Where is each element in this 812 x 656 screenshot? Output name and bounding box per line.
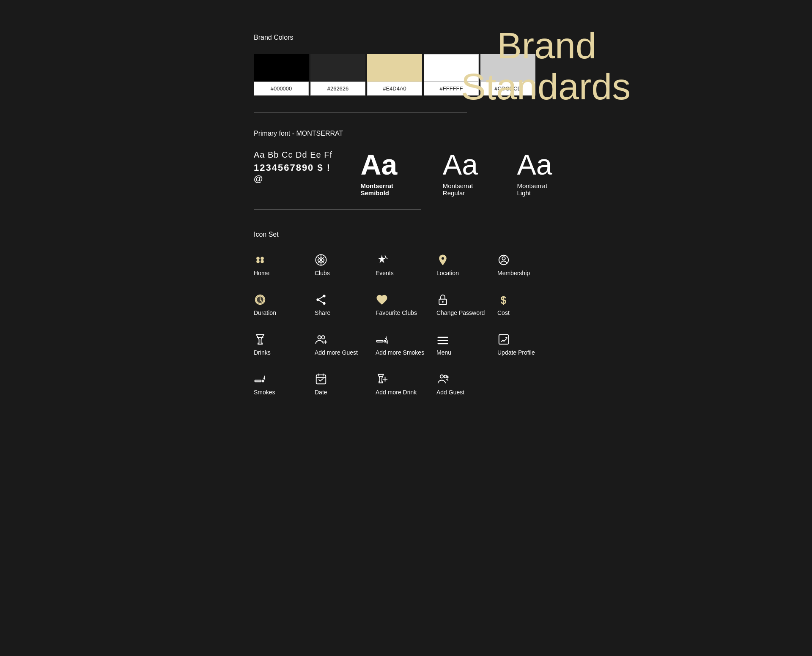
svg-point-37 xyxy=(444,375,447,378)
icon-item-share: Share xyxy=(315,293,376,316)
svg-text:$: $ xyxy=(501,294,507,306)
share-icon xyxy=(315,293,327,306)
svg-point-21 xyxy=(321,336,325,339)
swatch-label-darkgray: #262626 xyxy=(310,82,365,96)
cost-icon: $ xyxy=(497,293,510,306)
font-chars-line1: Aa Bb Cc Dd Ee Ff xyxy=(254,150,335,160)
typography-section: Primary font - MONTSERRAT Aa Bb Cc Dd Ee… xyxy=(254,130,558,197)
font-sample-regular: Aa xyxy=(443,150,478,179)
svg-point-3 xyxy=(261,257,264,260)
icon-label-smokes: Smokes xyxy=(254,389,275,396)
icon-item-smokes: Smokes xyxy=(254,373,315,396)
svg-point-14 xyxy=(323,302,325,305)
swatch-color-darkgray xyxy=(310,54,365,82)
font-variant-regular: Aa Montserrat Regular xyxy=(443,150,492,197)
color-swatch-darkgray: #262626 xyxy=(310,54,365,96)
swatch-label-black: #000000 xyxy=(254,82,309,96)
icon-label-update-profile: Update Profile xyxy=(497,349,535,356)
icon-label-membership: Membership xyxy=(497,270,530,276)
add-guest-icon xyxy=(315,333,327,346)
clubs-icon xyxy=(315,254,327,266)
duration-icon xyxy=(254,293,266,306)
update-profile-icon xyxy=(497,333,510,346)
favourite-icon xyxy=(376,293,388,306)
font-sample-semibold: Aa xyxy=(360,150,397,179)
icon-label-cost: Cost xyxy=(497,309,510,316)
svg-point-20 xyxy=(318,336,321,339)
icon-label-events: Events xyxy=(376,270,394,276)
icon-item-events: Events xyxy=(376,254,436,276)
font-chars-line2: 1234567890 $ ! @ xyxy=(254,162,335,184)
icon-item-duration: Duration xyxy=(254,293,315,316)
svg-point-18 xyxy=(442,301,444,303)
font-name-regular: Montserrat Regular xyxy=(443,182,492,197)
color-swatch-black: #000000 xyxy=(254,54,309,96)
drinks-icon xyxy=(254,333,266,346)
font-name-semibold: Montserrat Semibold xyxy=(360,182,417,197)
svg-point-36 xyxy=(440,375,444,378)
smokes-icon xyxy=(254,373,266,385)
svg-rect-30 xyxy=(262,380,264,382)
icon-item-drinks: Drinks xyxy=(254,333,315,356)
membership-icon xyxy=(497,254,510,266)
icon-set-label: Icon Set xyxy=(254,231,558,238)
font-showcase: Aa Bb Cc Dd Ee Ff 1234567890 $ ! @ Aa Mo… xyxy=(254,150,558,197)
icon-item-cost: $ Cost xyxy=(497,293,558,316)
icon-label-location: Location xyxy=(436,270,459,276)
icon-label-home: Home xyxy=(254,270,269,276)
icon-item-password: Change Password xyxy=(436,293,497,316)
icon-item-location: Location xyxy=(436,254,497,276)
home-icon xyxy=(254,254,266,266)
icon-item-clubs: Clubs xyxy=(315,254,376,276)
font-chars: Aa Bb Cc Dd Ee Ff 1234567890 $ ! @ xyxy=(254,150,335,184)
icon-item-add-smokes: Add more Smokes xyxy=(376,333,436,356)
divider-typography xyxy=(254,209,421,210)
font-section-label: Primary font - MONTSERRAT xyxy=(254,130,558,137)
font-sample-light: Aa xyxy=(517,150,552,179)
location-icon xyxy=(436,254,449,266)
icon-item-membership: Membership xyxy=(497,254,558,276)
icon-label-password: Change Password xyxy=(436,309,485,316)
svg-rect-28 xyxy=(499,335,509,344)
icon-item-menu: Menu xyxy=(436,333,497,356)
font-variant-light: Aa Montserrat Light xyxy=(517,150,558,197)
svg-point-13 xyxy=(316,298,319,301)
color-swatch-gold: #E4D4A0 xyxy=(367,54,422,96)
divider-colors xyxy=(254,112,467,113)
swatch-color-gold xyxy=(367,54,422,82)
password-icon xyxy=(436,293,449,306)
icon-label-add-group: Add Guest xyxy=(436,389,464,396)
icon-label-add-drink: Add more Drink xyxy=(376,389,417,396)
icon-label-clubs: Clubs xyxy=(315,270,330,276)
add-drink-icon xyxy=(376,373,388,385)
menu-icon xyxy=(436,333,449,346)
icon-label-add-guest: Add more Guest xyxy=(315,349,358,356)
icon-item-add-guest: Add more Guest xyxy=(315,333,376,356)
icon-label-add-smokes: Add more Smokes xyxy=(376,349,424,356)
svg-point-12 xyxy=(323,295,325,297)
svg-rect-22 xyxy=(377,341,383,342)
svg-line-15 xyxy=(319,297,323,299)
svg-point-1 xyxy=(261,260,264,263)
icon-item-add-drink: Add more Drink xyxy=(376,373,436,396)
icon-label-favourite: Favourite Clubs xyxy=(376,309,417,316)
svg-rect-29 xyxy=(255,380,261,382)
swatch-color-black xyxy=(254,54,309,82)
swatch-label-gold: #E4D4A0 xyxy=(367,82,422,96)
icon-item-add-group: Add Guest xyxy=(436,373,497,396)
date-icon xyxy=(315,373,327,385)
add-smokes-icon xyxy=(376,333,388,346)
page-container: Brand Standards Brand Colors #000000 #26… xyxy=(216,0,596,429)
icon-item-favourite: Favourite Clubs xyxy=(376,293,436,316)
icon-item-home: Home xyxy=(254,254,315,276)
events-icon xyxy=(376,254,388,266)
icon-section: Icon Set Home xyxy=(254,231,558,396)
svg-point-2 xyxy=(256,260,260,263)
icon-item-date: Date xyxy=(315,373,376,396)
font-name-light: Montserrat Light xyxy=(517,182,558,197)
icon-label-menu: Menu xyxy=(436,349,451,356)
icon-label-date: Date xyxy=(315,389,327,396)
icon-item-update-profile: Update Profile xyxy=(497,333,558,356)
add-group-icon xyxy=(436,373,449,385)
icon-grid: Home Clubs Events xyxy=(254,254,558,396)
